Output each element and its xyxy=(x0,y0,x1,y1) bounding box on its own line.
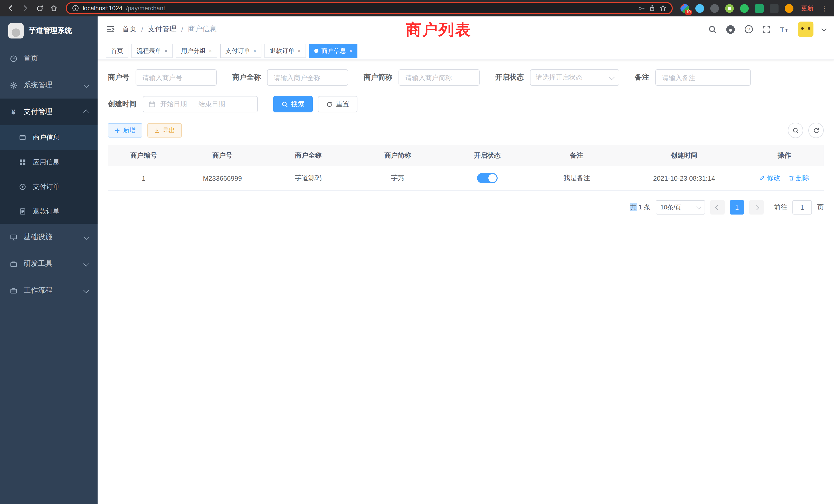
close-icon[interactable]: × xyxy=(253,48,257,54)
field-label: 备注 xyxy=(635,73,649,82)
url-path: /pay/merchant xyxy=(126,5,165,12)
sidebar-item-pay-order[interactable]: 支付订单 xyxy=(0,175,97,199)
select-placeholder: 请选择开启状态 xyxy=(535,73,583,82)
browser-back-button[interactable] xyxy=(4,2,18,15)
fullscreen-icon[interactable] xyxy=(762,25,771,33)
cell-created-at: 2021-10-23 08:31:14 xyxy=(623,174,745,182)
tab-pay-order[interactable]: 支付订单 × xyxy=(220,44,262,58)
field-merchant-no: 商户号 xyxy=(108,69,217,86)
toolbox-icon xyxy=(9,260,18,268)
bookmark-star-icon[interactable] xyxy=(659,5,666,12)
monitor-icon xyxy=(9,233,18,241)
breadcrumb-item-current: 商户信息 xyxy=(188,25,217,34)
tags-view: 首页 流程表单 × 用户分组 × 支付订单 × 退款订单 × xyxy=(97,42,834,60)
delete-link[interactable]: 删除 xyxy=(788,174,809,183)
url-bar[interactable]: localhost:1024/pay/merchant xyxy=(66,2,673,14)
tab-home[interactable]: 首页 xyxy=(106,44,128,58)
collapse-menu-icon[interactable] xyxy=(106,25,115,34)
field-label: 商户全称 xyxy=(232,73,261,82)
browser-home-button[interactable] xyxy=(47,2,61,15)
help-icon[interactable]: ? xyxy=(744,25,753,34)
extension-icon-gray[interactable] xyxy=(710,4,719,13)
column-header: 创建时间 xyxy=(623,151,745,160)
extension-icon-multicolor[interactable]: 10 xyxy=(680,4,689,13)
add-button[interactable]: 新增 xyxy=(108,123,142,138)
next-page-button[interactable] xyxy=(749,200,764,214)
page-number-1[interactable]: 1 xyxy=(730,200,744,214)
chrome-update-button[interactable]: 更新 xyxy=(801,4,813,13)
app-logo[interactable]: 芋道管理系统 xyxy=(0,17,97,45)
reset-button-label: 重置 xyxy=(336,99,349,109)
breadcrumb-item-home[interactable]: 首页 xyxy=(122,25,137,34)
sidebar-item-home[interactable]: 首页 xyxy=(0,45,97,72)
refresh-button[interactable] xyxy=(808,123,824,138)
chevron-up-icon xyxy=(84,108,88,116)
browser-reload-button[interactable] xyxy=(33,2,46,15)
chevron-down-icon xyxy=(84,81,88,89)
sidebar-item-payment[interactable]: ¥ 支付管理 xyxy=(0,98,97,125)
search-button[interactable]: 搜索 xyxy=(273,96,313,112)
tab-merchant-info[interactable]: 商户信息 × xyxy=(309,44,358,58)
field-label: 创建时间 xyxy=(108,99,137,109)
sidebar: 芋道管理系统 首页 系统管理 ¥ 支付管理 xyxy=(0,17,97,504)
extension-icon-blue-drop[interactable] xyxy=(695,4,704,13)
user-menu-caret-icon[interactable] xyxy=(822,27,826,31)
cell-remark: 我是备注 xyxy=(530,174,623,183)
prev-page-button[interactable] xyxy=(710,200,725,214)
status-select[interactable]: 请选择开启状态 xyxy=(530,69,619,86)
start-date-placeholder: 开始日期 xyxy=(160,99,187,109)
close-icon[interactable]: × xyxy=(349,48,353,54)
sidebar-item-dev-tools[interactable]: 研发工具 xyxy=(0,250,97,277)
tab-label: 退款订单 xyxy=(270,46,294,55)
user-avatar[interactable] xyxy=(798,22,813,37)
password-key-icon[interactable] xyxy=(638,5,645,12)
close-icon[interactable]: × xyxy=(298,48,301,54)
breadcrumb-item-payment[interactable]: 支付管理 xyxy=(148,25,177,34)
reset-button[interactable]: 重置 xyxy=(318,96,357,112)
sidebar-item-label: 应用信息 xyxy=(33,158,60,167)
tab-process-form[interactable]: 流程表单 × xyxy=(131,44,173,58)
date-range-picker[interactable]: 开始日期 - 结束日期 xyxy=(143,96,258,112)
font-size-icon[interactable]: TT xyxy=(780,25,789,33)
page-size-select[interactable]: 10条/页 xyxy=(656,200,705,214)
site-info-icon[interactable] xyxy=(72,5,79,12)
logo-avatar xyxy=(8,23,24,39)
profile-avatar-icon[interactable] xyxy=(785,4,793,13)
github-icon[interactable] xyxy=(726,24,736,34)
sidebar-item-label: 基础设施 xyxy=(24,232,52,242)
remark-input[interactable] xyxy=(655,69,751,86)
sidebar-item-system[interactable]: 系统管理 xyxy=(0,72,97,98)
browser-forward-button[interactable] xyxy=(19,2,32,15)
browser-menu-icon[interactable]: ⋮ xyxy=(821,4,828,12)
extension-icon-rings[interactable] xyxy=(725,4,734,13)
extensions-pin-icon[interactable] xyxy=(770,4,778,13)
goto-page-input[interactable] xyxy=(792,200,812,214)
status-toggle[interactable] xyxy=(477,173,498,183)
sidebar-item-refund-order[interactable]: 退款订单 xyxy=(0,199,97,224)
short-name-input[interactable] xyxy=(398,69,480,86)
merchant-no-input[interactable] xyxy=(136,69,217,86)
tab-refund-order[interactable]: 退款订单 × xyxy=(265,44,306,58)
sidebar-item-merchant-info[interactable]: 商户信息 xyxy=(0,125,97,150)
export-button[interactable]: 导出 xyxy=(147,123,182,138)
pagination-total: 共 1 条 xyxy=(630,203,651,212)
close-icon[interactable]: × xyxy=(209,48,212,54)
url-host: localhost:1024 xyxy=(83,5,123,12)
sidebar-item-label: 系统管理 xyxy=(24,81,52,90)
extension-icon-green-square[interactable] xyxy=(755,4,764,13)
toggle-search-button[interactable] xyxy=(788,123,803,138)
sidebar-item-label: 支付订单 xyxy=(33,182,60,191)
tab-user-group[interactable]: 用户分组 × xyxy=(176,44,217,58)
sidebar-item-app-info[interactable]: 应用信息 xyxy=(0,150,97,175)
edit-link[interactable]: 修改 xyxy=(759,174,780,183)
sidebar-item-infrastructure[interactable]: 基础设施 xyxy=(0,224,97,250)
search-form-row-1: 商户号 商户全称 商户简称 开启状态 请选择开启状态 xyxy=(108,69,824,86)
column-header: 开启状态 xyxy=(444,151,530,160)
close-icon[interactable]: × xyxy=(164,48,168,54)
sidebar-item-workflow[interactable]: 工作流程 xyxy=(0,277,97,304)
full-name-input[interactable] xyxy=(267,69,348,86)
header-search-icon[interactable] xyxy=(708,25,717,33)
table-row: 1 M233666999 芋道源码 芋艿 我是备注 2021-10-23 08:… xyxy=(108,166,824,191)
extension-icon-green-circle[interactable] xyxy=(740,4,749,13)
share-icon[interactable] xyxy=(649,5,656,12)
